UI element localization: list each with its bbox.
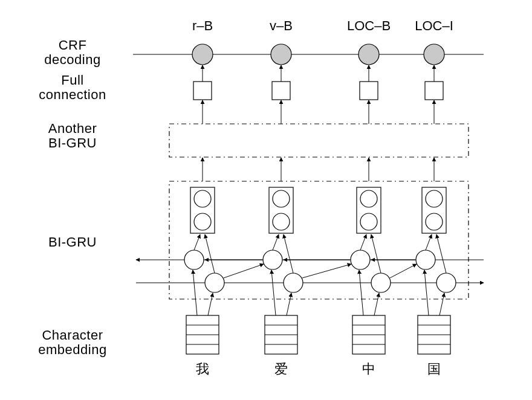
svg-point-9 (360, 213, 377, 230)
crf-node-1 (271, 44, 291, 65)
bw-node-3 (416, 250, 435, 269)
concat-cell-0 (190, 187, 215, 233)
embed-vec-3 (418, 315, 450, 354)
svg-line-19 (426, 234, 432, 250)
svg-line-17 (360, 234, 366, 250)
crf-label-2: decoding (44, 52, 100, 67)
char-3: 国 (427, 361, 441, 376)
fc-node-0 (193, 82, 212, 100)
fw-node-3 (436, 273, 456, 292)
bigru2-label-2: BI-GRU (48, 135, 97, 150)
embed-vec-0 (186, 315, 219, 354)
tag-0: r–B (192, 18, 213, 33)
tag-2: LOC–B (347, 18, 391, 33)
tag-3: LOC–I (415, 18, 453, 33)
svg-point-3 (194, 213, 211, 230)
svg-line-48 (374, 293, 379, 315)
fw-node-2 (371, 273, 391, 292)
fw-node-0 (205, 273, 224, 292)
crf-node-2 (358, 44, 379, 65)
bw-node-1 (263, 250, 282, 269)
another-bigru-box (169, 124, 469, 157)
svg-line-44 (208, 293, 213, 315)
crf-label-1: CRF (59, 37, 87, 53)
svg-line-26 (390, 264, 417, 278)
crf-layer (133, 44, 484, 65)
char-0: 我 (196, 361, 209, 376)
svg-point-2 (194, 190, 211, 207)
input-chars: 我 爱 中 国 (196, 361, 441, 376)
bigru-label-1: BI-GRU (48, 234, 97, 250)
embed-vec-2 (352, 315, 385, 354)
fw-node-1 (284, 273, 303, 292)
svg-point-6 (273, 213, 290, 230)
char-1: 爱 (274, 361, 288, 376)
bigru-internal-arrows (194, 234, 446, 273)
layer-labels: CRF decoding Full connection Another BI-… (38, 37, 106, 357)
bigru2-label-1: Another (48, 121, 97, 136)
embed-label-2: embedding (38, 342, 106, 357)
svg-line-50 (440, 293, 444, 315)
concat-cell-1 (269, 187, 293, 233)
svg-line-45 (271, 270, 276, 315)
concat-cell-2 (357, 187, 381, 233)
svg-line-16 (284, 234, 293, 273)
svg-line-20 (436, 234, 446, 273)
svg-line-13 (194, 234, 200, 250)
fc-node-2 (360, 82, 378, 100)
svg-point-12 (426, 213, 443, 230)
fc-label-2: connection (39, 87, 106, 102)
fc-layer (193, 65, 443, 100)
char-2: 中 (362, 361, 375, 376)
fc-node-1 (272, 82, 290, 100)
bw-node-0 (184, 250, 204, 269)
svg-point-5 (273, 190, 290, 207)
crf-node-3 (424, 44, 444, 65)
embed-vec-1 (265, 315, 297, 354)
svg-line-25 (302, 264, 351, 278)
bigru-layer (136, 158, 484, 299)
svg-line-49 (424, 270, 429, 315)
svg-point-8 (360, 190, 377, 207)
svg-point-11 (426, 190, 443, 207)
fc-label-1: Full (61, 73, 83, 88)
arrows-embed-bigru (193, 270, 444, 315)
svg-line-14 (205, 234, 215, 273)
svg-line-18 (371, 234, 381, 273)
fc-node-3 (425, 82, 443, 100)
another-bigru-layer (169, 100, 469, 157)
tag-1: v–B (270, 18, 293, 33)
svg-line-43 (193, 270, 197, 315)
bw-node-2 (351, 250, 370, 269)
svg-line-24 (224, 264, 264, 278)
svg-line-47 (359, 270, 363, 315)
embed-label-1: Character (42, 327, 103, 343)
output-tags: r–B v–B LOC–B LOC–I (192, 18, 453, 33)
concat-cell-3 (422, 187, 446, 233)
svg-line-46 (287, 293, 291, 315)
crf-node-0 (192, 44, 213, 65)
svg-line-15 (273, 234, 279, 250)
